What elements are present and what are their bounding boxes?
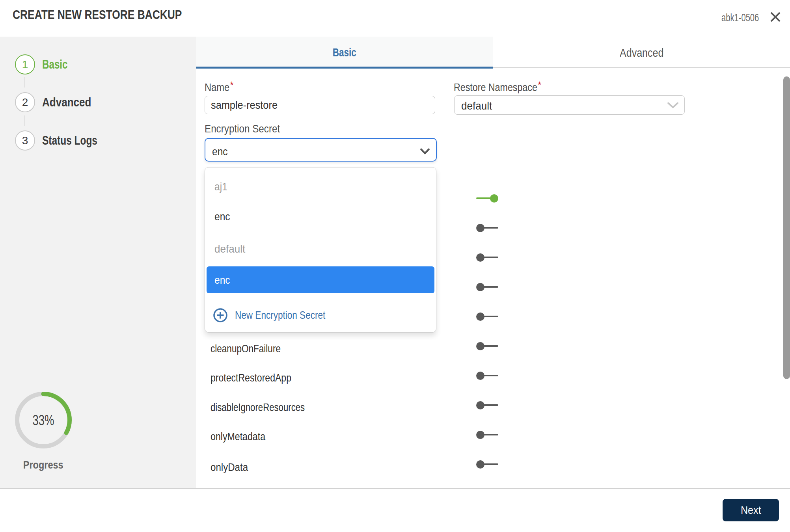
svg-text:33%: 33% — [33, 412, 54, 428]
